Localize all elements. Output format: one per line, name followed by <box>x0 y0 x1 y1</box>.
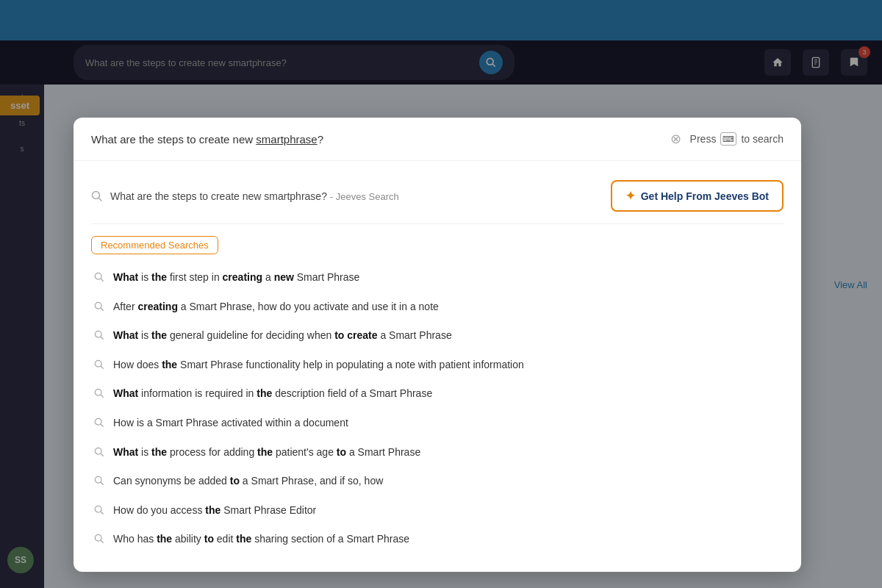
jeeves-bot-label: Get Help From Jeeves Bot <box>641 190 769 202</box>
search-icon-item <box>94 359 104 370</box>
list-item[interactable]: After creating a Smart Phrase, how do yo… <box>91 293 784 322</box>
keyboard-icon: ⌨ <box>720 132 736 146</box>
svg-line-15 <box>101 366 103 368</box>
search-item-text: What is the process for adding the patie… <box>113 445 420 460</box>
search-item-text: What information is required in the desc… <box>113 387 432 401</box>
search-icon-item <box>94 301 104 312</box>
modal-body: What are the steps to create new smartph… <box>74 161 801 572</box>
search-icon-item <box>94 476 104 486</box>
svg-line-19 <box>101 424 103 426</box>
search-item-text: Can synonyms be added to a Smart Phrase,… <box>113 474 383 489</box>
search-item-text: What is the first step in creating a new… <box>113 270 359 285</box>
list-item[interactable]: How does the Smart Phrase functionality … <box>91 351 784 380</box>
jeeves-bot-button[interactable]: ✦ Get Help From Jeeves Bot <box>611 180 784 212</box>
search-icon-item <box>94 417 104 428</box>
search-icon-item <box>94 272 104 282</box>
spark-icon: ✦ <box>625 189 635 203</box>
to-search-label: to search <box>741 133 784 145</box>
list-item[interactable]: What information is required in the desc… <box>91 379 784 409</box>
smartphrase-underline: smartphrase <box>256 133 317 146</box>
search-item-text: How does the Smart Phrase functionality … <box>113 358 524 373</box>
svg-line-13 <box>101 337 103 339</box>
svg-line-23 <box>101 482 103 484</box>
press-label: Press <box>690 133 717 145</box>
list-item[interactable]: Can synonyms be added to a Smart Phrase,… <box>91 467 784 496</box>
jeeves-search-row: What are the steps to create new smartph… <box>91 173 784 224</box>
list-item[interactable]: Who has the ability to edit the sharing … <box>91 525 784 554</box>
recommended-searches-label: Recommended Searches <box>91 236 218 254</box>
svg-line-11 <box>101 308 103 310</box>
svg-line-27 <box>101 541 103 543</box>
search-icon-item <box>94 330 104 340</box>
search-icon-item <box>94 388 104 398</box>
list-item[interactable]: What is the process for adding the patie… <box>91 438 784 467</box>
search-item-text: What is the general guideline for decidi… <box>113 329 452 343</box>
search-item-text: How do you access the Smart Phrase Edito… <box>113 503 316 518</box>
search-item-text: How is a Smart Phrase activated within a… <box>113 416 348 431</box>
jeeves-search-text: What are the steps to create new smartph… <box>110 190 399 202</box>
svg-line-25 <box>101 512 103 514</box>
modal-header: What are the steps to create new smartph… <box>74 118 801 161</box>
svg-line-21 <box>101 453 103 456</box>
modal-search-query: What are the steps to create new smartph… <box>91 133 662 146</box>
search-icon-sm <box>91 190 103 202</box>
list-item[interactable]: How do you access the Smart Phrase Edito… <box>91 496 784 526</box>
search-modal: What are the steps to create new smartph… <box>74 118 801 572</box>
search-icon-item <box>94 505 104 515</box>
press-to-search-hint: Press ⌨ to search <box>690 132 784 146</box>
jeeves-label: - Jeeves Search <box>330 191 399 202</box>
search-item-text: Who has the ability to edit the sharing … <box>113 532 409 547</box>
svg-line-7 <box>99 198 102 201</box>
clear-icon[interactable]: ⊗ <box>670 131 681 147</box>
search-item-text: After creating a Smart Phrase, how do yo… <box>113 300 439 315</box>
svg-line-17 <box>101 395 103 398</box>
list-item[interactable]: What is the general guideline for decidi… <box>91 321 784 351</box>
list-item[interactable]: How is a Smart Phrase activated within a… <box>91 409 784 438</box>
list-item[interactable]: What is the first step in creating a new… <box>91 263 784 293</box>
jeeves-left[interactable]: What are the steps to create new smartph… <box>91 190 399 202</box>
search-icon-item <box>94 447 104 457</box>
svg-line-9 <box>101 279 103 281</box>
search-icon-item <box>94 534 104 544</box>
